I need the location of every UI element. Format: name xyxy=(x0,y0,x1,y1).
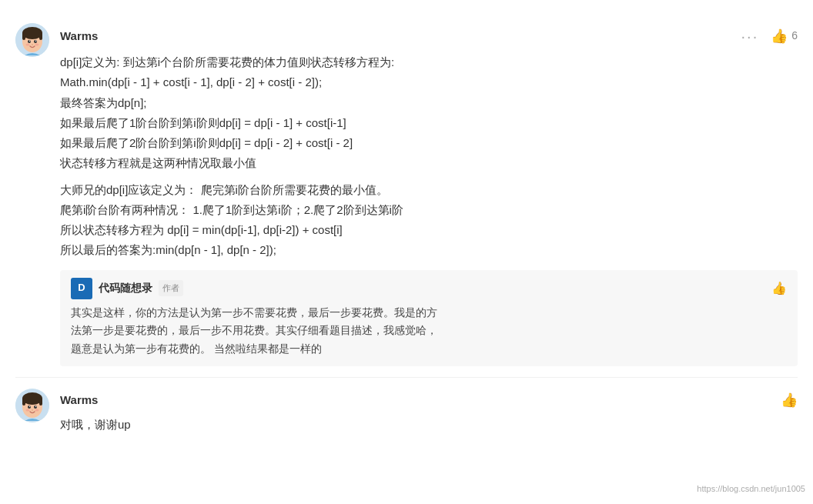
reply-line-1-2: 题意是认为第一步有花费的。 当然啦结果都是一样的 xyxy=(71,340,787,359)
svg-point-20 xyxy=(35,406,36,406)
svg-point-11 xyxy=(35,44,39,46)
text-line-1-4: 如果最后爬了2阶台阶到第i阶则dp[i] = dp[i - 2] + cost[… xyxy=(60,133,798,153)
watermark: https://blog.csdn.net/jun1005 xyxy=(697,482,805,496)
svg-point-17 xyxy=(28,406,31,409)
text-line-1-9: 所以最后的答案为:min(dp[n - 1], dp[n - 2]); xyxy=(60,240,798,260)
username-2: Warms xyxy=(60,390,98,410)
reply-block-1: D 代码随想录 作者 👍 其实是这样，你的方法是认为第一步不需要花费，最后一步要… xyxy=(60,270,798,366)
text-line-1-5: 状态转移方程就是这两种情况取最小值 xyxy=(60,153,798,173)
reply-avatar-1: D xyxy=(71,278,92,299)
svg-point-10 xyxy=(26,44,30,46)
svg-rect-16 xyxy=(39,398,42,406)
like-button-2[interactable]: 👍 xyxy=(781,389,798,412)
comments-container: Warms ··· 👍 6 dp[i]定义为: 到达第i个台阶所需要花费的体力值… xyxy=(0,0,813,459)
text-line-1-3: 如果最后爬了1阶台阶到第i阶则dp[i] = dp[i - 1] + cost[… xyxy=(60,113,798,133)
svg-point-6 xyxy=(34,40,37,43)
like-icon-2: 👍 xyxy=(781,389,798,412)
username-1: Warms xyxy=(60,26,98,46)
svg-point-7 xyxy=(29,41,30,42)
like-icon-1: 👍 xyxy=(771,25,788,48)
reply-line-1-0: 其实是这样，你的方法是认为第一步不需要花费，最后一步要花费。我是的方 xyxy=(71,304,787,322)
svg-point-8 xyxy=(35,41,36,42)
text-line-1-2: 最终答案为dp[n]; xyxy=(60,93,798,113)
like-count-1: 6 xyxy=(791,27,798,45)
comment-block-1: Warms ··· 👍 6 dp[i]定义为: 到达第i个台阶所需要花费的体力值… xyxy=(15,12,798,378)
comment-text-1: dp[i]定义为: 到达第i个台阶所需要花费的体力值则状态转移方程为: Math… xyxy=(60,52,798,261)
text-line-1-8: 所以状态转移方程为 dp[i] = min(dp[i-1], dp[i-2]) … xyxy=(60,220,798,240)
comment-header-1: Warms ··· 👍 6 xyxy=(60,23,798,49)
text-line-1-6: 大师兄的dp[i]应该定义为： 爬完第i阶台阶所需要花费的最小值。 xyxy=(60,180,798,200)
avatar-warms-1 xyxy=(15,23,49,57)
text-line-1-0: dp[i]定义为: 到达第i个台阶所需要花费的体力值则状态转移方程为: xyxy=(60,52,798,72)
text-line-1-7: 爬第i阶台阶有两种情况： 1.爬了1阶到达第i阶；2.爬了2阶到达第i阶 xyxy=(60,200,798,220)
reply-avatar-letter-1: D xyxy=(78,279,85,296)
reply-line-1-1: 法第一步是要花费的，最后一步不用花费。其实仔细看题目描述，我感觉哈， xyxy=(71,322,787,340)
comment-text-2: 对哦，谢谢up xyxy=(60,415,798,435)
svg-point-19 xyxy=(29,406,30,406)
avatar-warms-2 xyxy=(15,389,49,422)
comment-header-2: Warms 👍 xyxy=(60,389,798,412)
reply-author-badge-1: 作者 xyxy=(159,280,183,296)
reply-header-1: D 代码随想录 作者 👍 xyxy=(71,278,787,299)
svg-point-9 xyxy=(32,44,33,45)
reply-text-1: 其实是这样，你的方法是认为第一步不需要花费，最后一步要花费。我是的方 法第一步是… xyxy=(71,304,787,359)
svg-point-18 xyxy=(34,406,37,409)
svg-point-21 xyxy=(32,409,33,410)
text-line-1-1: Math.min(dp[i - 1] + cost[i - 1], dp[i -… xyxy=(60,72,798,92)
comment-actions-1: ··· 👍 6 xyxy=(741,23,798,49)
reply-like-1[interactable]: 👍 xyxy=(771,278,787,299)
comment-actions-2: 👍 xyxy=(781,389,798,412)
like-button-1[interactable]: 👍 6 xyxy=(771,25,798,48)
svg-point-23 xyxy=(35,409,39,411)
svg-rect-15 xyxy=(22,398,25,406)
svg-point-5 xyxy=(28,40,31,43)
more-menu-1[interactable]: ··· xyxy=(741,23,759,49)
svg-rect-4 xyxy=(39,32,42,40)
reply-username-1: 代码随想录 xyxy=(99,279,152,298)
comment-content-2: Warms 👍 对哦，谢谢up xyxy=(60,389,798,436)
svg-rect-3 xyxy=(22,32,25,40)
text-line-2-0: 对哦，谢谢up xyxy=(60,415,798,435)
comment-content-1: Warms ··· 👍 6 dp[i]定义为: 到达第i个台阶所需要花费的体力值… xyxy=(60,23,798,366)
comment-block-2: Warms 👍 对哦，谢谢up xyxy=(15,378,798,446)
svg-point-22 xyxy=(26,409,30,411)
